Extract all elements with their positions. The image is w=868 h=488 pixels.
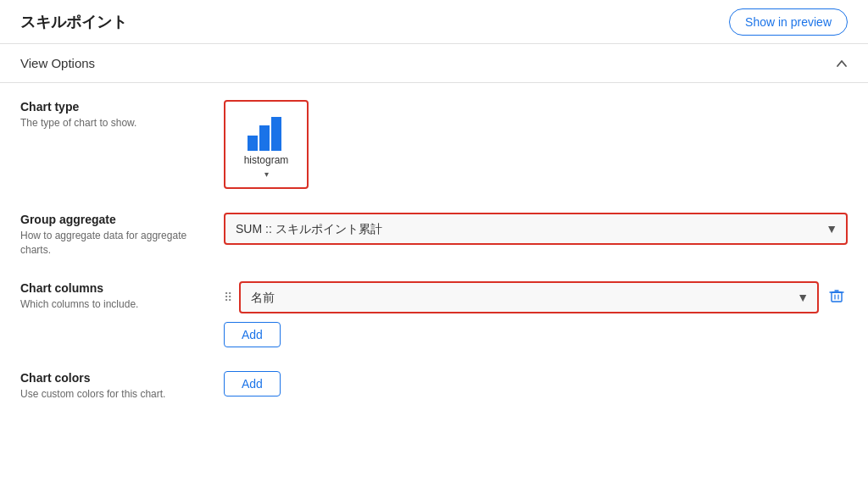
drag-handle-icon[interactable]: ⠿ — [224, 291, 232, 304]
svg-rect-0 — [248, 136, 258, 151]
group-aggregate-row: Group aggregate How to aggregate data fo… — [20, 213, 848, 258]
section-title: View Options — [20, 56, 95, 70]
chart-columns-desc: Which columns to include. — [20, 297, 207, 312]
svg-rect-1 — [259, 125, 270, 151]
add-column-button[interactable]: Add — [224, 322, 281, 347]
chart-type-label: Chart type — [20, 100, 207, 114]
content-area: Chart type The type of chart to show. hi… — [0, 83, 868, 438]
chart-colors-row: Chart colors Use custom colors for this … — [20, 371, 848, 402]
page-title: スキルポイント — [20, 12, 127, 32]
chart-colors-label: Chart colors — [20, 371, 207, 385]
chart-colors-label-col: Chart colors Use custom colors for this … — [20, 371, 224, 402]
chart-type-control: histogram ▾ — [224, 100, 848, 189]
column-select-wrapper: 名前 ▼ — [239, 281, 819, 313]
group-aggregate-select-wrapper: SUM :: スキルポイント累計 ▼ — [224, 213, 848, 245]
chart-columns-label-col: Chart columns Which columns to include. — [20, 281, 224, 312]
collapse-icon[interactable] — [836, 58, 848, 69]
group-aggregate-control: SUM :: スキルポイント累計 ▼ — [224, 213, 848, 245]
chart-type-desc: The type of chart to show. — [20, 116, 207, 130]
chart-colors-control: Add — [224, 371, 848, 396]
chart-columns-row: Chart columns Which columns to include. … — [20, 281, 848, 347]
header: スキルポイント Show in preview — [0, 0, 868, 44]
chart-columns-control: ⠿ 名前 ▼ Add — [224, 281, 848, 347]
chart-columns-label: Chart columns — [20, 281, 207, 295]
svg-rect-3 — [832, 292, 842, 302]
group-aggregate-select[interactable]: SUM :: スキルポイント累計 — [224, 213, 848, 245]
add-color-button[interactable]: Add — [224, 371, 281, 396]
group-aggregate-desc: How to aggregate data for aggregate char… — [20, 229, 207, 258]
group-aggregate-label: Group aggregate — [20, 213, 207, 226]
column-select[interactable]: 名前 — [239, 281, 819, 313]
histogram-icon — [239, 110, 293, 154]
chart-type-label-col: Chart type The type of chart to show. — [20, 100, 224, 130]
show-preview-button[interactable]: Show in preview — [729, 8, 848, 36]
trash-icon — [829, 288, 844, 303]
svg-rect-2 — [271, 117, 281, 151]
delete-column-button[interactable] — [826, 285, 848, 310]
group-aggregate-label-col: Group aggregate How to aggregate data fo… — [20, 213, 224, 258]
section-header[interactable]: View Options — [0, 44, 868, 83]
chart-type-row: Chart type The type of chart to show. hi… — [20, 100, 848, 189]
chart-type-chevron-icon: ▾ — [264, 169, 269, 179]
chart-type-card[interactable]: histogram ▾ — [224, 100, 309, 189]
chart-colors-desc: Use custom colors for this chart. — [20, 387, 207, 402]
column-row-0: ⠿ 名前 ▼ — [224, 281, 848, 313]
chart-type-name: histogram — [244, 154, 289, 166]
